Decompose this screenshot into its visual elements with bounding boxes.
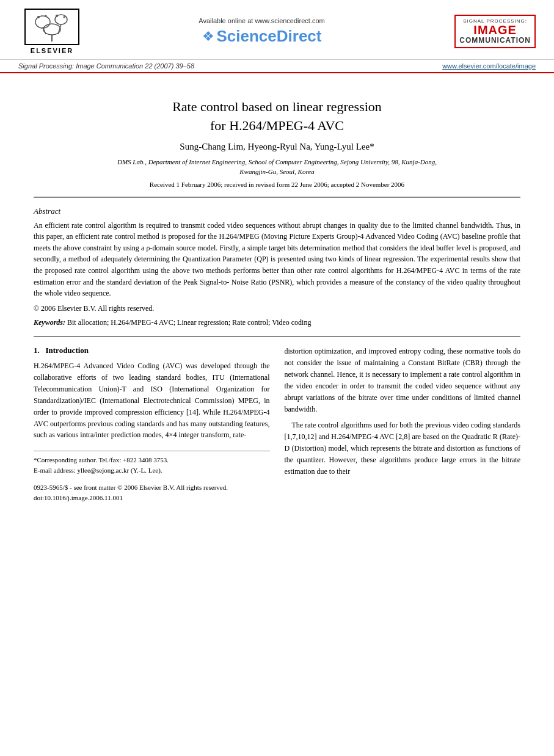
divider-top — [34, 197, 520, 198]
affiliation-line2: Kwangjin-Gu, Seoul, Korea — [239, 168, 314, 175]
abstract-section: Abstract An efficient rate control algor… — [34, 206, 520, 327]
intro-right-text: distortion optimization, and improved en… — [285, 346, 521, 478]
divider-bottom — [34, 336, 520, 337]
keywords: Keywords: Bit allocation; H.264/MPEG-4 A… — [34, 318, 520, 327]
section-number: 1. — [34, 346, 40, 355]
footer-doi: doi:10.1016/j.image.2006.11.001 — [34, 493, 270, 503]
footnote-area: *Corresponding author. Tel./fax: +822 34… — [34, 451, 270, 475]
keywords-label: Keywords: — [34, 318, 65, 327]
elsevier-logo: ELSEVIER — [18, 9, 86, 54]
paper-title: Rate control based on linear regressionf… — [34, 98, 520, 136]
page-footer: 0923-5965/$ - see front matter © 2006 El… — [34, 482, 270, 503]
sciencedirect-logo: ❖ ScienceDirect — [86, 27, 438, 46]
sciencedirect-icon: ❖ — [202, 29, 214, 45]
elsevier-name: ELSEVIER — [31, 47, 73, 54]
keywords-text: Bit allocation; H.264/MPEG-4 AVC; Linear… — [67, 318, 311, 327]
svg-point-8 — [45, 15, 47, 17]
intro-right-para-2: The rate control algorithms used for bot… — [285, 420, 521, 478]
intro-right-para-1: distortion optimization, and improved en… — [285, 346, 521, 415]
two-column-section: 1. Introduction H.264/MPEG-4 Advanced Vi… — [34, 346, 520, 503]
intro-left-text: H.264/MPEG-4 Advanced Video Coding (AVC)… — [34, 360, 270, 442]
sciencedirect-label: ScienceDirect — [217, 27, 322, 46]
column-left: 1. Introduction H.264/MPEG-4 Advanced Vi… — [34, 346, 270, 503]
elsevier-tree-icon — [27, 11, 76, 43]
abstract-text: An efficient rate control algorithm is r… — [34, 220, 520, 299]
journal-logo-big-text: IMAGE — [459, 24, 531, 36]
svg-point-10 — [64, 16, 65, 18]
copyright: © 2006 Elsevier B.V. All rights reserved… — [34, 304, 520, 313]
section-title: 1. Introduction — [34, 346, 270, 355]
svg-point-9 — [56, 15, 58, 17]
authors: Sung-Chang Lim, Hyeong-Ryul Na, Yung-Lyu… — [34, 142, 520, 152]
section-heading: Introduction — [46, 346, 89, 355]
page: ELSEVIER Available online at www.science… — [0, 0, 554, 756]
elsevier-logo-box — [24, 9, 79, 45]
footer-issn: 0923-5965/$ - see front matter © 2006 El… — [34, 482, 270, 493]
journal-info: Signal Processing: Image Communication 2… — [18, 62, 194, 70]
affiliation: DMS Lab., Department of Internet Enginee… — [34, 157, 520, 177]
abstract-title: Abstract — [34, 206, 520, 216]
column-right: distortion optimization, and improved en… — [285, 346, 521, 503]
received-date: Received 1 February 2006; received in re… — [34, 181, 520, 188]
intro-left-para-1: H.264/MPEG-4 Advanced Video Coding (AVC)… — [34, 360, 270, 442]
elsevier-logo-section: ELSEVIER — [18, 9, 86, 54]
svg-point-7 — [37, 16, 40, 18]
main-content: Rate control based on linear regressionf… — [0, 73, 554, 515]
affiliation-line1: DMS Lab., Department of Internet Enginee… — [117, 158, 437, 165]
journal-logo-medium-text: COMMUNICATION — [459, 36, 531, 45]
footnote-email: E-mail address: yllee@sejong.ac.kr (Y.-L… — [34, 465, 270, 476]
authors-text: Sung-Chang Lim, Hyeong-Ryul Na, Yung-Lyu… — [180, 142, 374, 151]
header: ELSEVIER Available online at www.science… — [0, 0, 554, 60]
subheader: Signal Processing: Image Communication 2… — [0, 60, 554, 73]
footnote-corresponding: *Corresponding author. Tel./fax: +822 34… — [34, 455, 270, 465]
journal-logo-section: Signal Processing: IMAGE COMMUNICATION — [438, 15, 536, 48]
sciencedirect-section: Available online at www.sciencedirect.co… — [86, 17, 438, 46]
journal-logo-box: Signal Processing: IMAGE COMMUNICATION — [454, 15, 536, 48]
available-online-text: Available online at www.sciencedirect.co… — [86, 17, 438, 24]
journal-url: www.elsevier.com/locate/image — [442, 62, 536, 70]
